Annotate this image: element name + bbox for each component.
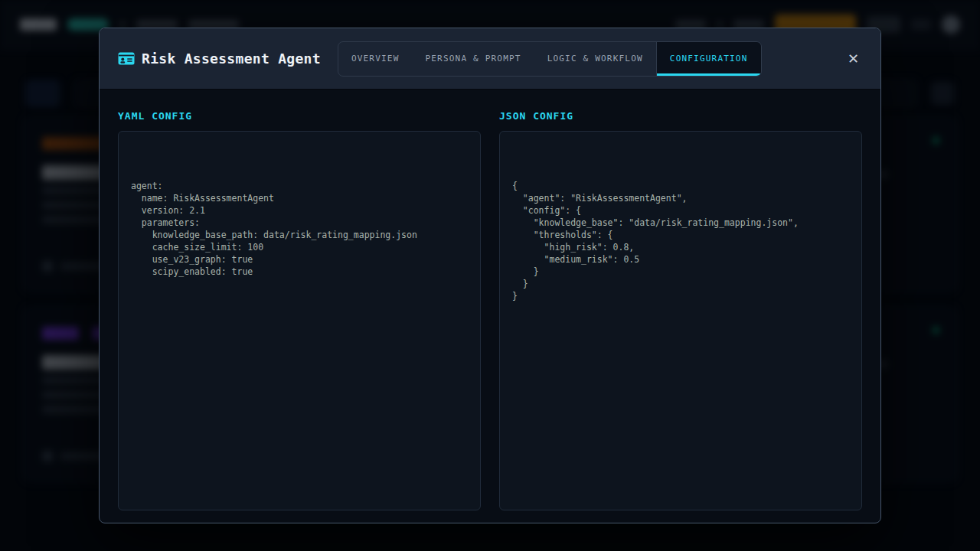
tab-persona-prompt[interactable]: PERSONA & PROMPT [412,42,534,76]
close-icon[interactable]: ✕ [844,49,862,69]
json-config-title: JSON CONFIG [499,110,862,122]
configuration-tab-content: YAML CONFIG agent: name: RiskAssessmentA… [100,90,880,523]
json-code-block: { "agent": "RiskAssessmentAgent", "confi… [499,131,862,510]
modal-header: Risk Assessment Agent OVERVIEW PERSONA &… [100,28,880,90]
tab-logic-workflow[interactable]: LOGIC & WORKFLOW [534,42,656,76]
json-config-panel: JSON CONFIG { "agent": "RiskAssessmentAg… [499,110,862,510]
agent-detail-modal: Risk Assessment Agent OVERVIEW PERSONA &… [99,28,881,523]
modal-title-group: Risk Assessment Agent [118,51,321,67]
modal-title: Risk Assessment Agent [142,51,321,67]
tab-overview[interactable]: OVERVIEW [338,42,413,76]
yaml-code-block: agent: name: RiskAssessmentAgent version… [118,131,481,510]
tab-configuration[interactable]: CONFIGURATION [656,42,761,76]
modal-tab-bar: OVERVIEW PERSONA & PROMPT LOGIC & WORKFL… [338,41,762,77]
yaml-config-panel: YAML CONFIG agent: name: RiskAssessmentA… [118,110,481,510]
yaml-config-title: YAML CONFIG [118,110,481,122]
id-card-icon [118,52,135,65]
